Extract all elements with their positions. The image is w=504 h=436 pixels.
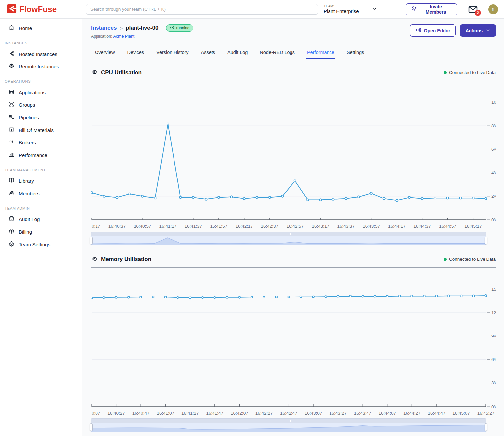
svg-text:6%: 6%	[491, 147, 496, 152]
notifications-button[interactable]: 2	[468, 6, 478, 13]
application-label: Application:	[91, 34, 112, 39]
sidebar-item-hosted-instances[interactable]: Hosted Instances	[0, 48, 82, 60]
cpu-utilisation-chart[interactable]: 0%2%4%6%8%10%16:40:1716:40:3716:40:5716:…	[91, 82, 496, 230]
memory-utilisation-chart[interactable]: 0%3%6%9%12%15%16:40:0716:40:2716:40:4716…	[91, 268, 496, 417]
svg-text:16:41:27: 16:41:27	[181, 411, 199, 416]
memory-utilisation-section: Memory Utilisation Connected to Live Dat…	[91, 250, 496, 432]
memory-scrubber-right-handle[interactable]	[485, 423, 487, 431]
brokers-icon	[8, 139, 15, 146]
groups-icon	[8, 101, 15, 108]
sidebar-item-label: Home	[19, 25, 32, 31]
live-status-label: Connected to Live Data	[449, 70, 496, 75]
open-editor-button[interactable]: Open Editor	[410, 24, 456, 37]
grip-icon	[287, 233, 291, 235]
team-label: TEAM:	[324, 4, 359, 8]
sidebar-item-remote-instances[interactable]: Remote Instances	[0, 60, 82, 73]
section-divider	[91, 267, 496, 268]
user-plus-icon	[411, 6, 417, 13]
live-status-label: Connected to Live Data	[449, 257, 496, 262]
invite-members-button[interactable]: Invite Members	[406, 3, 457, 15]
notification-badge: 2	[475, 10, 481, 16]
sidebar-item-label: Applications	[19, 90, 46, 95]
members-icon	[8, 190, 15, 197]
svg-text:16:40:57: 16:40:57	[134, 224, 151, 229]
cpu-scrubber-right-handle[interactable]	[485, 237, 487, 244]
svg-text:16:40:47: 16:40:47	[132, 411, 150, 416]
memory-scrubber-left-handle[interactable]	[90, 423, 93, 431]
editor-nodes-icon	[415, 27, 421, 34]
flowfuse-logo[interactable]: FlowFuse	[0, 4, 82, 15]
sidebar-item-performance[interactable]: Performance	[0, 149, 82, 161]
memory-scrubber-track[interactable]	[91, 423, 486, 432]
header-divider	[400, 4, 400, 14]
svg-text:16:40:37: 16:40:37	[108, 224, 126, 229]
sidebar-item-label: Members	[19, 191, 40, 196]
header-divider	[483, 4, 483, 14]
svg-text:0%: 0%	[491, 218, 496, 222]
sidebar-section-label: TEAM MANAGEMENT	[0, 161, 82, 175]
tab-version-history[interactable]: Version History	[156, 47, 189, 59]
svg-text:16:41:17: 16:41:17	[159, 224, 177, 229]
section-title: Memory Utilisation	[101, 256, 151, 263]
tab-settings[interactable]: Settings	[346, 47, 365, 59]
sidebar-item-brokers[interactable]: Brokers	[0, 136, 82, 149]
play-circle-icon	[170, 25, 174, 31]
svg-text:16:42:07: 16:42:07	[231, 411, 248, 416]
sidebar-item-library[interactable]: Library	[0, 175, 82, 187]
breadcrumb-separator: >	[120, 25, 123, 31]
sidebar-item-label: Hosted Instances	[19, 51, 57, 57]
sidebar-item-team-settings[interactable]: Team Settings	[0, 238, 82, 251]
sidebar-item-groups[interactable]: Groups	[0, 99, 82, 111]
section-title: CPU Utilisation	[101, 69, 142, 76]
tab-audit-log[interactable]: Audit Log	[227, 47, 248, 59]
billing-icon	[8, 228, 15, 235]
cpu-scrubber-track[interactable]	[91, 236, 486, 245]
tab-overview[interactable]: Overview	[94, 47, 115, 59]
remote-instances-icon	[8, 63, 15, 70]
cpu-scrubber-drag-bar[interactable]	[91, 232, 486, 236]
sidebar-item-label: Library	[19, 178, 34, 184]
sidebar-item-bill-of-materials[interactable]: Bill Of Materials	[0, 124, 82, 136]
status-badge: running	[166, 24, 193, 32]
sidebar-item-audit-log[interactable]: Audit Log	[0, 213, 82, 225]
application-line: Application: Acme Plant	[91, 34, 193, 39]
svg-text:16:44:07: 16:44:07	[378, 411, 396, 416]
live-status: Connected to Live Data	[444, 70, 496, 75]
sidebar-item-pipelines[interactable]: Pipelines	[0, 111, 82, 124]
sidebar-item-label: Billing	[19, 229, 32, 235]
sidebar-item-members[interactable]: Members	[0, 187, 82, 200]
breadcrumb-instances-link[interactable]: Instances	[91, 25, 117, 31]
main-content: Instances > plant-live-00 running Applic…	[82, 19, 504, 436]
team-selector[interactable]: TEAM: Plant Enterprise	[324, 4, 395, 14]
svg-text:16:40:17: 16:40:17	[91, 224, 100, 229]
audit-log-icon	[8, 216, 15, 223]
sidebar-item-applications[interactable]: Applications	[0, 86, 82, 99]
header-divider	[463, 4, 463, 14]
svg-text:16:41:57: 16:41:57	[210, 224, 228, 229]
sidebar-item-label: Performance	[19, 152, 47, 158]
hosted-instances-icon	[8, 50, 15, 58]
flowfuse-logo-icon	[7, 4, 17, 15]
actions-button[interactable]: Actions	[460, 24, 496, 37]
tab-node-red-logs[interactable]: Node-RED Logs	[259, 47, 295, 59]
search-input[interactable]	[86, 4, 318, 15]
top-bar: FlowFuse TEAM: Plant Enterprise Invite M…	[0, 0, 504, 19]
cpu-scrubber-left-handle[interactable]	[90, 237, 93, 244]
library-icon	[8, 177, 15, 184]
svg-text:16:45:07: 16:45:07	[452, 411, 470, 416]
svg-text:16:43:27: 16:43:27	[329, 411, 347, 416]
avatar[interactable]: fl	[488, 4, 498, 14]
sidebar-item-home[interactable]: Home	[0, 22, 82, 34]
sidebar-item-billing[interactable]: Billing	[0, 225, 82, 238]
pipelines-icon	[8, 114, 15, 121]
team-settings-icon	[8, 241, 15, 248]
memory-scrubber-drag-bar[interactable]	[91, 418, 486, 423]
grip-icon	[287, 420, 291, 422]
tab-devices[interactable]: Devices	[126, 47, 145, 59]
tab-performance[interactable]: Performance	[306, 47, 335, 59]
cpu-scrubber[interactable]	[91, 232, 486, 245]
memory-scrubber[interactable]	[91, 418, 486, 432]
tab-assets[interactable]: Assets	[200, 47, 216, 59]
application-link[interactable]: Acme Plant	[113, 34, 134, 39]
actions-label: Actions	[466, 28, 483, 33]
